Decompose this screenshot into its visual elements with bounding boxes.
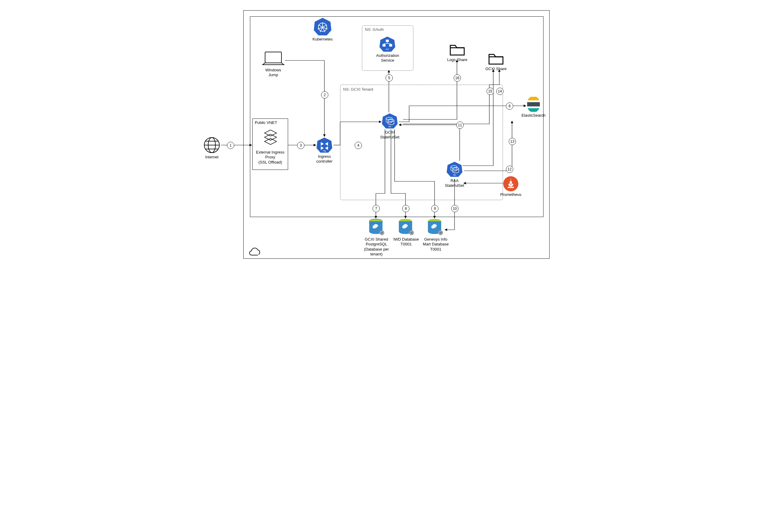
ingress-icon: ing [316,136,333,155]
step-3: 3 [297,142,305,149]
step-2: 2 [321,91,328,99]
diagram-canvas: NS: GAuth NS: GCXI Tenant Public VNET [191,0,574,266]
ingress-label: Ingress controller [313,154,336,164]
svg-rect-24 [386,40,389,42]
db-iwd-icon [397,218,414,237]
text: Ingress [318,154,331,159]
raa-sts-icon: sts [446,161,463,179]
text: T0001 [430,247,441,251]
svg-point-45 [381,232,383,234]
cloud-icon [248,247,262,258]
gcxi-sts-icon: sts [381,113,398,131]
step-8: 8 [402,205,409,212]
text: GCXI Shared [365,237,388,241]
text: Windows [266,68,282,72]
text: (SSL Offload) [259,160,282,164]
internet-label: Internet [200,155,223,159]
kubernetes-icon [313,17,332,38]
ns-gcxi-box [340,85,503,200]
windows-jump-icon [262,51,285,68]
text: Authorization [376,53,399,58]
raa-sts-label: RAA StatefulSet [442,178,467,188]
step-1: 1 [227,142,234,149]
public-vnet-title: Public VNET [255,120,286,125]
text: External Ingress [256,150,285,154]
svg-rect-40 [527,102,540,107]
internet-icon [203,136,220,155]
external-ingress-label: External Ingress Proxy (SSL Offload) [254,150,287,165]
text: GCXI [385,130,394,134]
text: StatefulSet [445,183,464,188]
step-13: 13 [509,138,516,145]
svg-rect-26 [389,44,392,47]
db-iwd-label: IWD Database T0001 [391,237,421,247]
text: Mart Database [423,242,448,246]
text: (Database per [364,247,389,251]
svg-rect-11 [265,52,282,63]
text: controller [316,159,332,163]
step-6: 6 [506,103,513,110]
svg-text:svc: svc [386,48,389,50]
kubernetes-label: Kubernetes [311,37,335,42]
prometheus-icon [503,176,519,193]
svg-text:ing: ing [323,149,326,152]
step-10: 10 [451,205,458,212]
prometheus-label: Prometheus [498,192,523,197]
gcxi-share-label: GCXI Share [483,67,508,71]
step-7: 7 [373,205,380,212]
elastic-icon [526,97,541,113]
external-ingress-icon [263,129,278,149]
text: Proxy [265,155,275,159]
step-9: 9 [431,205,438,212]
text: Service [381,58,394,63]
ns-gauth-label: NS: GAuth [365,27,384,32]
logs-share-label: Logs Share [445,58,470,62]
text: tenant) [371,252,382,256]
ns-gcxi-label: NS: GCXI Tenant [343,87,373,92]
text: RAA [450,178,459,183]
text: Jump [269,73,278,77]
svg-rect-25 [382,44,385,47]
db-gim-icon [427,218,443,237]
svg-text:sts: sts [453,174,456,176]
svg-point-48 [410,232,412,234]
db-gcxi-shared-icon [368,218,385,237]
gcxi-share-icon [488,52,504,67]
logs-share-icon [449,43,465,58]
auth-service-label: Authorization Service [374,53,402,63]
step-15: 15 [486,88,494,95]
windows-jump-label: Windows Jump [262,68,285,78]
text: PostgreSQL [366,242,387,246]
step-11: 11 [456,122,463,129]
step-5: 5 [385,74,393,82]
elastic-label: ElasticSearch [519,113,548,118]
svg-text:sts: sts [388,126,391,128]
text: StatefulSet [380,135,399,139]
gcxi-sts-label: GCXI StatefulSet [377,130,402,140]
step-16: 16 [453,74,461,82]
text: Genesys Info [424,237,447,241]
svg-point-51 [440,232,441,234]
text: IWD Database [393,237,419,241]
text: T0001 [400,242,412,246]
db-gim-label: Genesys Info Mart Database T0001 [419,237,452,252]
step-4: 4 [355,142,362,149]
auth-service-icon: svc [379,36,396,54]
step-14: 14 [496,88,503,95]
db-gcxi-shared-label: GCXI Shared PostgreSQL (Database per ten… [360,237,393,257]
step-12: 12 [506,166,513,173]
